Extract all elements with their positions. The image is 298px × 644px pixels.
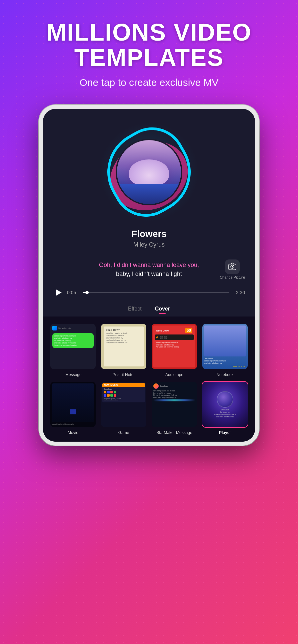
- progress-bar-track[interactable]: [83, 292, 229, 293]
- album-art-wrapper: [102, 125, 196, 219]
- template-label-notebook: Notebook: [216, 372, 233, 377]
- main-title: MILLIONS VIDEO TEMPLATES: [13, 20, 285, 70]
- change-picture-icon: [225, 260, 240, 274]
- template-label-game: Game: [118, 430, 129, 435]
- album-circle: [116, 139, 182, 205]
- header-section: MILLIONS VIDEO TEMPLATES One tap to crea…: [0, 0, 298, 98]
- song-info: Flowers Miley Cyrus: [43, 225, 255, 258]
- progress-bar-fill: [83, 292, 87, 293]
- album-image-placeholder: [117, 140, 181, 204]
- album-visual: [117, 140, 181, 204]
- template-thumbnail-notebook: Deep Downsomething i await is a miraclel…: [202, 323, 248, 370]
- template-grid-section: StarMaker Lite something i await is a mi…: [43, 317, 255, 442]
- template-thumbnail-game: NEW MUSIC Deep Down: [100, 381, 147, 428]
- lyrics-line1: Ooh, I didn’t wanna wanna leave you,: [53, 262, 245, 269]
- template-item-game[interactable]: NEW MUSIC Deep Down: [100, 381, 147, 435]
- template-thumbnail-player: Deep DownStarMaker Litesomething i await…: [202, 381, 248, 428]
- template-thumbnail-movie: something i await is a miracle: [50, 381, 96, 428]
- svg-point-2: [232, 266, 233, 268]
- template-label-audiotape: Audiotape: [165, 372, 183, 377]
- progress-area: 0:05 2:30: [43, 281, 255, 301]
- template-item-audiotape[interactable]: Deep Down 60 A: [151, 323, 198, 377]
- song-artist: Miley Cyrus: [50, 241, 248, 248]
- template-item-postit[interactable]: Deep Down something i await is a miracle…: [100, 323, 147, 377]
- template-item-starmaker[interactable]: Deep Down something i await is a miracle…: [151, 381, 198, 435]
- time-current: 0:05: [67, 290, 79, 295]
- play-icon: [56, 289, 62, 296]
- template-item-player[interactable]: Deep DownStarMaker Litesomething i await…: [202, 381, 248, 435]
- phone-container: Flowers Miley Cyrus Ooh, I didn’t wanna …: [0, 105, 298, 446]
- template-thumbnail-starmaker: Deep Down something i await is a miracle…: [151, 381, 198, 428]
- template-grid: StarMaker Lite something i await is a mi…: [50, 323, 248, 435]
- template-item-imessage[interactable]: StarMaker Lite something i await is a mi…: [50, 323, 96, 377]
- phone-mockup: Flowers Miley Cyrus Ooh, I didn’t wanna …: [39, 105, 259, 446]
- phone-inner: Flowers Miley Cyrus Ooh, I didn’t wanna …: [43, 109, 255, 442]
- template-item-movie[interactable]: something i await is a miracle Movie: [50, 381, 96, 435]
- tab-effect[interactable]: Effect: [128, 306, 142, 314]
- change-picture-label: Change Picture: [220, 276, 245, 280]
- template-item-notebook[interactable]: Deep Downsomething i await is a miraclel…: [202, 323, 248, 377]
- lyrics-line2: baby, I didn’t wanna fight: [53, 271, 245, 278]
- subtitle: One tap to create exclusive MV: [13, 77, 285, 88]
- tab-cover[interactable]: Cover: [155, 306, 170, 314]
- play-button[interactable]: [53, 288, 63, 298]
- change-picture-button[interactable]: Change Picture: [220, 260, 245, 280]
- template-thumbnail-imessage: StarMaker Lite something i await is a mi…: [50, 323, 96, 370]
- template-label-starmaker: StarMaker Message: [156, 430, 192, 435]
- song-title: Flowers: [50, 229, 248, 239]
- template-thumbnail-postit: Deep Down something i await is a miracle…: [100, 323, 147, 370]
- progress-dot: [85, 291, 89, 294]
- album-water: [117, 184, 181, 204]
- album-art-area: [43, 109, 255, 225]
- template-thumbnail-audiotape: Deep Down 60 A: [151, 323, 198, 370]
- template-label-postit: Post-it Noter: [113, 372, 135, 377]
- album-cloud: [129, 159, 169, 186]
- template-label-imessage: iMessage: [64, 372, 81, 377]
- template-label-player: Player: [219, 430, 231, 435]
- lyrics-area: Ooh, I didn’t wanna wanna leave you, bab…: [43, 258, 255, 281]
- time-total: 2:30: [233, 290, 245, 295]
- tab-bar: Effect Cover: [43, 301, 255, 317]
- template-label-movie: Movie: [68, 430, 78, 435]
